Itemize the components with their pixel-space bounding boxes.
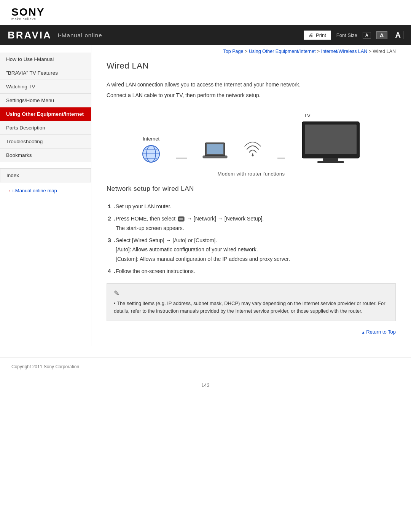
steps-list: １． Set up your LAN router. ２． Press HOME… bbox=[107, 202, 396, 276]
print-icon: 🖨 bbox=[309, 32, 314, 38]
bravia-logo: BRAVIA bbox=[8, 29, 52, 41]
svg-rect-12 bbox=[317, 161, 344, 163]
return-to-top-link[interactable]: Return to Top bbox=[362, 329, 396, 335]
font-small-button[interactable]: A bbox=[363, 32, 371, 38]
svg-point-8 bbox=[252, 154, 254, 156]
tv-label: TV bbox=[304, 113, 311, 118]
step-2-sub: The start-up screen appears. bbox=[116, 224, 396, 232]
sidebar-index[interactable]: Index bbox=[0, 168, 91, 182]
imanual-map-link[interactable]: i-Manual online map bbox=[0, 188, 91, 193]
diagram-caption: Modem with router functions bbox=[218, 171, 285, 177]
sidebar-item-bookmarks[interactable]: Bookmarks bbox=[0, 149, 91, 162]
step-4-number: ４． bbox=[107, 267, 117, 275]
sony-logo: SONY make.believe bbox=[11, 7, 400, 21]
breadcrumb-current: Wired LAN bbox=[373, 49, 396, 54]
home-icon bbox=[178, 216, 185, 222]
globe-icon bbox=[141, 144, 161, 164]
breadcrumb-top[interactable]: Top Page bbox=[223, 49, 244, 54]
main-layout: How to Use i-Manual "BRAVIA" TV Features… bbox=[0, 45, 411, 346]
sidebar-item-troubleshooting[interactable]: Troubleshooting bbox=[0, 135, 91, 149]
tv-section: TV bbox=[300, 113, 361, 164]
step-3-sub2: [Custom]: Allows manual configuration of… bbox=[116, 255, 396, 263]
step-2: ２． Press HOME, then select → [Network] →… bbox=[107, 214, 396, 232]
tv-icon bbox=[300, 120, 361, 164]
step-1: １． Set up your LAN router. bbox=[107, 202, 396, 211]
sidebar-item-watching-tv[interactable]: Watching TV bbox=[0, 80, 91, 94]
wifi-arc-section bbox=[243, 139, 262, 158]
note-text: The setting items (e.g. IP address, subn… bbox=[114, 300, 389, 316]
font-medium-button[interactable]: A bbox=[376, 31, 387, 39]
content-area: Top Page > Using Other Equipment/Interne… bbox=[91, 45, 411, 346]
step-3-number: ３． bbox=[107, 236, 117, 244]
svg-rect-11 bbox=[323, 158, 338, 161]
internet-section: Internet bbox=[141, 136, 161, 164]
connector-2 bbox=[277, 158, 285, 158]
sidebar: How to Use i-Manual "BRAVIA" TV Features… bbox=[0, 45, 91, 346]
note-icon: ✎ bbox=[114, 289, 389, 297]
connector-1 bbox=[176, 158, 187, 158]
breadcrumb-equipment[interactable]: Using Other Equipment/Internet bbox=[249, 49, 316, 54]
font-size-label: Font Size bbox=[336, 32, 357, 38]
svg-rect-10 bbox=[305, 125, 357, 154]
svg-rect-14 bbox=[179, 218, 183, 220]
footer: Copyright 2011 Sony Corporation bbox=[0, 358, 411, 375]
note-box: ✎ The setting items (e.g. IP address, su… bbox=[107, 283, 396, 321]
internet-label: Internet bbox=[143, 136, 159, 142]
svg-rect-6 bbox=[207, 144, 223, 154]
step-4-text: Follow the on-screen instructions. bbox=[116, 268, 195, 274]
step-1-text: Set up your LAN router. bbox=[116, 203, 171, 209]
modem-section bbox=[202, 141, 228, 164]
step-3-sub1: [Auto]: Allows automatic configuration o… bbox=[116, 245, 396, 254]
top-bar-right: 🖨 Print Font Size A A A bbox=[304, 30, 403, 40]
top-bar: BRAVIA i-Manual online 🖨 Print Font Size… bbox=[0, 25, 411, 45]
intro-text-2: Connect a LAN cable to your TV, then per… bbox=[107, 91, 396, 99]
breadcrumb: Top Page > Using Other Equipment/Interne… bbox=[107, 49, 396, 54]
laptop-icon bbox=[202, 141, 228, 162]
sony-brand: SONY bbox=[11, 7, 400, 18]
sidebar-item-using-other[interactable]: Using Other Equipment/Internet bbox=[0, 107, 91, 121]
step-3-text: Select [Wired Setup] → [Auto] or [Custom… bbox=[116, 237, 217, 243]
sony-tagline: make.believe bbox=[11, 18, 400, 21]
manual-label: i-Manual online bbox=[58, 32, 102, 38]
sidebar-item-settings[interactable]: Settings/Home Menu bbox=[0, 94, 91, 107]
return-to-top: Return to Top bbox=[107, 329, 396, 335]
bravia-title: BRAVIA i-Manual online bbox=[8, 29, 102, 41]
print-label: Print bbox=[316, 32, 326, 38]
svg-rect-7 bbox=[203, 156, 227, 158]
wifi-arcs-icon bbox=[243, 139, 262, 158]
step-2-text: Press HOME, then select → [Network] → [N… bbox=[116, 216, 264, 222]
sidebar-item-how-to-use[interactable]: How to Use i-Manual bbox=[0, 53, 91, 66]
intro-text-1: A wired LAN connection allows you to acc… bbox=[107, 80, 396, 89]
step-1-number: １． bbox=[107, 202, 117, 211]
page-number: 143 bbox=[0, 382, 411, 396]
logo-area: SONY make.believe bbox=[0, 0, 411, 25]
sidebar-item-bravia-features[interactable]: "BRAVIA" TV Features bbox=[0, 66, 91, 80]
section-header: Network setup for wired LAN bbox=[107, 185, 396, 196]
diagram-area: Internet bbox=[107, 109, 396, 168]
step-4: ４． Follow the on-screen instructions. bbox=[107, 267, 396, 275]
step-3: ３． Select [Wired Setup] → [Auto] or [Cus… bbox=[107, 236, 396, 263]
page-title: Wired LAN bbox=[107, 61, 396, 74]
breadcrumb-wireless[interactable]: Internet/Wireless LAN bbox=[321, 49, 368, 54]
step-2-number: ２． bbox=[107, 214, 117, 223]
sidebar-item-parts[interactable]: Parts Description bbox=[0, 121, 91, 135]
copyright-text: Copyright 2011 Sony Corporation bbox=[11, 364, 79, 369]
print-button[interactable]: 🖨 Print bbox=[304, 30, 331, 40]
diagram-caption-wrapper: Modem with router functions bbox=[107, 171, 396, 177]
font-large-button[interactable]: A bbox=[393, 31, 403, 39]
